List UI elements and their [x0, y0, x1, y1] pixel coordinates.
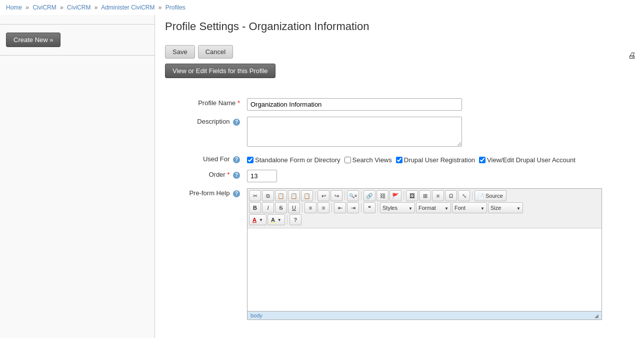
- rte-cut-btn[interactable]: ✂: [249, 190, 261, 201]
- page-title: Profile Settings - Organization Informat…: [165, 20, 634, 37]
- rte-underline-btn[interactable]: U: [288, 202, 300, 213]
- rte-paste-plain-btn[interactable]: 📋: [288, 190, 300, 201]
- rte-paste-btn[interactable]: 📋: [275, 190, 287, 201]
- rte-toolbar: ✂ ⧉ 📋 📋 📋 ↩ ↪ 🔍≡: [248, 189, 602, 228]
- breadcrumb: Home » CiviCRM » CiviCRM » Administer Ci…: [0, 0, 644, 15]
- rte-copy-btn[interactable]: ⧉: [262, 190, 274, 201]
- breadcrumb-administer[interactable]: Administer CiviCRM: [101, 4, 154, 11]
- rte-sep3: [361, 191, 362, 200]
- rte-size-chevron: [516, 205, 520, 211]
- used-for-label: Used For ?: [165, 151, 245, 167]
- rte-resize-handle[interactable]: ◢: [594, 313, 598, 318]
- breadcrumb-home[interactable]: Home: [6, 4, 22, 11]
- required-marker: *: [238, 99, 240, 107]
- rte-sep4: [404, 191, 404, 200]
- rte-font-label: Font: [454, 205, 466, 211]
- create-new-button[interactable]: Create New »: [6, 33, 60, 47]
- rte-link-btn[interactable]: 🔗: [364, 190, 376, 201]
- rte-maximize-btn[interactable]: ⤡: [458, 190, 470, 201]
- rte-sep8: [361, 203, 362, 212]
- rte-sep5: [472, 191, 472, 200]
- rte-italic-btn[interactable]: I: [262, 202, 274, 213]
- rte-table-btn[interactable]: ⊞: [419, 190, 431, 201]
- breadcrumb-profiles[interactable]: Profiles: [166, 4, 186, 11]
- save-button[interactable]: Save: [165, 45, 195, 59]
- description-label: Description ?: [165, 114, 245, 151]
- checkbox-drupal-reg-input[interactable]: [396, 157, 402, 163]
- rte-styles-label: Styles: [382, 205, 398, 211]
- rte-sep10: [287, 215, 288, 224]
- profile-settings-form: Profile Name * Description ?: [165, 95, 634, 323]
- order-input[interactable]: [247, 170, 277, 182]
- checkbox-search[interactable]: Search Views: [344, 156, 392, 164]
- rte-body[interactable]: [248, 228, 602, 311]
- cancel-button[interactable]: Cancel: [198, 45, 233, 59]
- rte-image-btn[interactable]: 🖼: [406, 190, 418, 201]
- rte-sep9: [378, 203, 378, 212]
- rte-unlink-btn[interactable]: ⛓: [376, 190, 388, 201]
- rte-find-replace-btn[interactable]: 🔍≡: [347, 190, 359, 201]
- rte-ordered-list-btn[interactable]: ≡: [304, 202, 316, 213]
- rte-bg-color-btn[interactable]: A: [268, 214, 285, 225]
- main-content: 🖨 Profile Settings - Organization Inform…: [155, 15, 644, 338]
- rte-paste-word-btn[interactable]: 📋: [301, 190, 313, 201]
- rte-undo-btn[interactable]: ↩: [318, 190, 330, 201]
- rte-redo-btn[interactable]: ↪: [330, 190, 342, 201]
- rte-source-label: Source: [486, 193, 503, 199]
- rte-font-color-a: A: [252, 217, 256, 223]
- rich-text-editor: ✂ ⧉ 📋 📋 📋 ↩ ↪ 🔍≡: [247, 188, 602, 320]
- description-help-icon[interactable]: ?: [233, 119, 240, 126]
- rte-font-dropdown[interactable]: Font: [452, 202, 487, 213]
- checkbox-view-edit-drupal-input[interactable]: [479, 157, 486, 163]
- profile-name-label: Profile Name *: [165, 95, 245, 114]
- used-for-help-icon[interactable]: ?: [233, 156, 240, 163]
- rte-size-label: Size: [490, 205, 501, 211]
- rte-toolbar-row2: B I S U ≡ ≡ ⇤ ⇥: [249, 202, 600, 213]
- rte-strikethrough-btn[interactable]: S: [275, 202, 287, 213]
- order-required-marker: *: [227, 171, 230, 178]
- profile-name-input[interactable]: [247, 98, 462, 111]
- rte-bold-btn[interactable]: B: [249, 202, 261, 213]
- rte-statusbar: body ◢: [248, 311, 602, 319]
- rte-font-color-chevron: [258, 218, 263, 222]
- rte-format-chevron: [444, 205, 448, 211]
- order-label: Order * ?: [165, 167, 245, 185]
- rte-source-btn[interactable]: 📄 Source: [474, 190, 506, 201]
- rte-size-dropdown[interactable]: Size: [488, 202, 523, 213]
- rte-sep1: [315, 191, 316, 200]
- rte-special-char-btn[interactable]: Ω: [445, 190, 457, 201]
- rte-sep2: [344, 191, 345, 200]
- rte-format-label: Format: [418, 205, 436, 211]
- rte-styles-chevron: [408, 205, 412, 211]
- checkbox-standalone[interactable]: Standalone Form or Directory: [247, 156, 340, 164]
- rte-font-color-btn[interactable]: A: [249, 214, 266, 225]
- rte-help-btn[interactable]: ?: [290, 214, 302, 225]
- used-for-checkboxes: Standalone Form or Directory Search View…: [247, 154, 632, 164]
- view-edit-fields-button[interactable]: View or Edit Fields for this Profile: [165, 64, 276, 78]
- rte-source-icon: 📄: [478, 193, 484, 199]
- breadcrumb-civicrm1[interactable]: CiviCRM: [32, 4, 56, 11]
- rte-increase-indent-btn[interactable]: ⇥: [347, 202, 359, 213]
- print-icon[interactable]: 🖨: [628, 51, 636, 60]
- description-textarea[interactable]: [247, 117, 462, 147]
- checkbox-drupal-reg[interactable]: Drupal User Registration: [396, 156, 475, 164]
- rte-hrule-btn[interactable]: ≡: [432, 190, 444, 201]
- checkbox-search-input[interactable]: [344, 157, 351, 163]
- rte-unordered-list-btn[interactable]: ≡: [318, 202, 330, 213]
- top-button-row: Save Cancel: [165, 45, 634, 59]
- pre-form-help-label: Pre-form Help ?: [165, 185, 245, 323]
- rte-decrease-indent-btn[interactable]: ⇤: [334, 202, 346, 213]
- rte-blockquote-btn[interactable]: ❝: [364, 202, 376, 213]
- order-help-icon[interactable]: ?: [233, 172, 240, 179]
- rte-toolbar-row1: ✂ ⧉ 📋 📋 📋 ↩ ↪ 🔍≡: [249, 190, 600, 201]
- checkbox-view-edit-drupal[interactable]: View/Edit Drupal User Account: [479, 156, 576, 164]
- rte-toolbar-row3: A A ?: [249, 214, 600, 225]
- checkbox-standalone-input[interactable]: [247, 157, 254, 163]
- rte-bg-color-a: A: [271, 217, 275, 223]
- breadcrumb-civicrm2[interactable]: CiviCRM: [67, 4, 90, 11]
- pre-form-help-icon[interactable]: ?: [233, 190, 240, 197]
- rte-styles-dropdown[interactable]: Styles: [380, 202, 415, 213]
- rte-anchor-btn[interactable]: 🚩: [390, 190, 402, 201]
- sidebar: Create New »: [0, 15, 155, 338]
- rte-format-dropdown[interactable]: Format: [416, 202, 451, 213]
